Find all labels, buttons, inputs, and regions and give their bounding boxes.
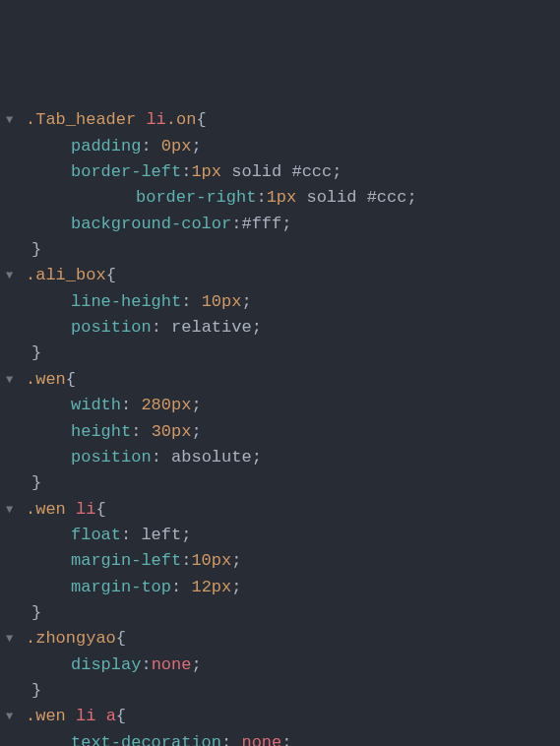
css-value: none: [152, 655, 192, 674]
css-property: position: [71, 448, 152, 466]
css-value: 0px: [161, 137, 192, 155]
css-property: height: [71, 422, 131, 441]
css-declaration[interactable]: width: 280px;: [6, 393, 560, 418]
css-value: solid: [306, 188, 356, 207]
css-value: #ccc: [291, 162, 332, 181]
css-property: background-color: [71, 215, 231, 233]
css-value: absolute: [171, 448, 252, 466]
css-property: display: [71, 655, 141, 674]
brace-open: {: [116, 707, 126, 725]
brace-open: {: [196, 110, 206, 129]
colon: :: [181, 292, 201, 311]
css-property: padding: [71, 137, 141, 155]
fold-arrow-icon[interactable]: ▼: [6, 708, 26, 726]
colon: :: [121, 526, 141, 544]
css-property: margin-left: [71, 551, 181, 570]
css-rule-selector[interactable]: ▼.wen{: [6, 367, 560, 393]
css-rule-selector[interactable]: ▼.wen li a{: [6, 704, 560, 729]
brace-close-line[interactable]: }: [6, 600, 560, 626]
semicolon: ;: [241, 292, 251, 311]
css-value: 30px: [152, 422, 192, 441]
brace-close: }: [31, 473, 41, 492]
selector-tag: li: [76, 500, 95, 519]
css-property: line-height: [71, 292, 181, 311]
selector-tag: li: [76, 707, 95, 725]
semicolon: ;: [281, 733, 291, 746]
css-declaration[interactable]: line-height: 10px;: [6, 289, 560, 315]
css-rule-selector[interactable]: ▼.Tab_header li.on{: [6, 107, 560, 133]
brace-close: }: [31, 603, 41, 622]
css-value: 10px: [202, 292, 242, 311]
css-value: solid: [231, 162, 281, 181]
colon: :: [152, 318, 171, 337]
colon: :: [141, 655, 151, 674]
brace-close-line[interactable]: }: [6, 341, 560, 366]
css-value: relative: [171, 318, 252, 337]
css-declaration[interactable]: text-decoration: none;: [6, 730, 560, 746]
colon: :: [181, 551, 191, 570]
brace-open: {: [106, 266, 116, 284]
selector-class: .zhongyao: [26, 629, 116, 648]
css-property: border-right: [136, 188, 256, 207]
code-editor[interactable]: ▼.Tab_header li.on{padding: 0px;border-l…: [6, 107, 560, 746]
selector-class: .on: [166, 110, 197, 129]
css-declaration[interactable]: background-color:#fff;: [6, 212, 560, 237]
fold-arrow-icon[interactable]: ▼: [6, 630, 26, 649]
css-property: border-left: [71, 162, 181, 181]
brace-open: {: [66, 370, 76, 389]
css-property: width: [71, 396, 121, 414]
selector-class: .Tab_header: [26, 110, 136, 129]
semicolon: ;: [332, 162, 342, 181]
brace-open: {: [95, 500, 105, 519]
colon: :: [221, 733, 241, 746]
selector-class: .ali_box: [26, 266, 106, 284]
colon: :: [141, 137, 160, 155]
selector-tag: li: [146, 110, 165, 129]
colon: :: [171, 578, 191, 596]
selector-class: .wen: [26, 500, 66, 519]
fold-arrow-icon[interactable]: ▼: [6, 371, 26, 390]
css-declaration[interactable]: float: left;: [6, 523, 560, 548]
css-declaration[interactable]: height: 30px;: [6, 419, 560, 445]
css-rule-selector[interactable]: ▼.zhongyao{: [6, 626, 560, 652]
css-value: #fff: [241, 215, 281, 233]
css-declaration[interactable]: position: relative;: [6, 315, 560, 341]
css-declaration[interactable]: display:none;: [6, 653, 560, 678]
semicolon: ;: [252, 318, 262, 337]
semicolon: ;: [281, 215, 291, 233]
colon: :: [121, 396, 141, 414]
css-property: text-decoration: [71, 733, 221, 746]
css-declaration[interactable]: border-left:1px solid #ccc;: [6, 159, 560, 185]
css-declaration[interactable]: margin-top: 12px;: [6, 575, 560, 600]
brace-close: }: [31, 240, 41, 259]
css-rule-selector[interactable]: ▼.wen li{: [6, 497, 560, 523]
css-value: #ccc: [367, 188, 407, 207]
css-property: position: [71, 318, 152, 337]
colon: :: [152, 448, 171, 466]
css-declaration[interactable]: position: absolute;: [6, 445, 560, 470]
css-value: 280px: [141, 396, 191, 414]
semicolon: ;: [231, 578, 241, 596]
semicolon: ;: [252, 448, 262, 466]
brace-close: }: [31, 343, 41, 362]
semicolon: ;: [181, 526, 191, 544]
brace-close-line[interactable]: }: [6, 678, 560, 704]
brace-close-line[interactable]: }: [6, 237, 560, 263]
colon: :: [131, 422, 151, 441]
fold-arrow-icon[interactable]: ▼: [6, 111, 26, 130]
css-declaration[interactable]: padding: 0px;: [6, 134, 560, 159]
css-declaration[interactable]: border-right:1px solid #ccc;: [6, 185, 560, 211]
semicolon: ;: [191, 396, 201, 414]
css-value: none: [241, 733, 281, 746]
fold-arrow-icon[interactable]: ▼: [6, 501, 26, 520]
fold-arrow-icon[interactable]: ▼: [6, 267, 26, 285]
css-value: 10px: [191, 551, 231, 570]
brace-close-line[interactable]: }: [6, 470, 560, 496]
css-rule-selector[interactable]: ▼.ali_box{: [6, 263, 560, 288]
css-declaration[interactable]: margin-left:10px;: [6, 548, 560, 574]
selector-class: .wen: [26, 707, 66, 725]
semicolon: ;: [191, 137, 201, 155]
semicolon: ;: [231, 551, 241, 570]
css-value: left: [141, 526, 181, 544]
css-property: float: [71, 526, 121, 544]
